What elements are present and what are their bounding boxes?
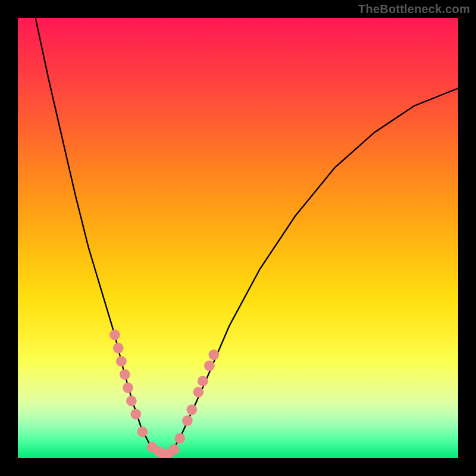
data-marker <box>204 361 215 371</box>
data-marker <box>137 427 148 437</box>
bottleneck-curve <box>36 18 458 456</box>
data-marker <box>126 396 137 406</box>
data-marker <box>174 433 185 444</box>
data-marker <box>116 356 127 367</box>
data-marker <box>109 330 120 340</box>
data-marker <box>113 343 124 353</box>
data-marker <box>208 349 219 360</box>
data-marker <box>182 415 193 426</box>
data-marker <box>130 409 141 419</box>
data-marker <box>198 376 208 387</box>
plot-area <box>18 18 458 458</box>
data-markers <box>109 330 219 458</box>
watermark-text: TheBottleneck.com <box>358 2 470 16</box>
data-marker <box>169 444 180 455</box>
data-marker <box>193 387 204 397</box>
data-marker <box>186 405 197 415</box>
chart-svg <box>18 18 458 458</box>
data-marker <box>120 369 130 380</box>
data-marker <box>123 383 133 393</box>
